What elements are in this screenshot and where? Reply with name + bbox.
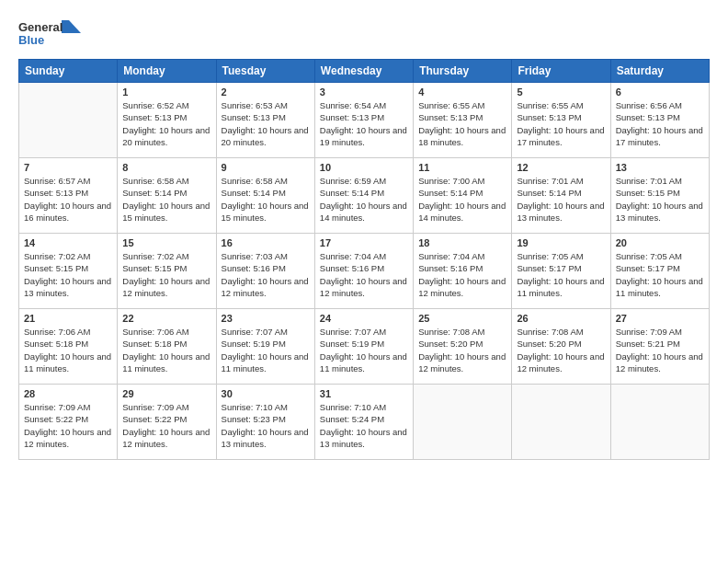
calendar-week-1: 7Sunrise: 6:57 AMSunset: 5:13 PMDaylight…: [19, 158, 710, 234]
day-info: Sunrise: 7:04 AMSunset: 5:16 PMDaylight:…: [320, 250, 408, 299]
day-info: Sunrise: 7:08 AMSunset: 5:20 PMDaylight:…: [517, 326, 605, 374]
day-info: Sunrise: 7:08 AMSunset: 5:20 PMDaylight:…: [418, 326, 506, 374]
day-info: Sunrise: 7:01 AMSunset: 5:15 PMDaylight:…: [616, 175, 704, 224]
day-info: Sunrise: 7:07 AMSunset: 5:19 PMDaylight:…: [222, 326, 310, 374]
day-info: Sunrise: 7:02 AMSunset: 5:15 PMDaylight:…: [122, 250, 210, 299]
calendar-week-0: 1Sunrise: 6:52 AMSunset: 5:13 PMDaylight…: [19, 83, 710, 158]
calendar-cell: 20Sunrise: 7:05 AMSunset: 5:17 PMDayligh…: [610, 234, 709, 309]
day-info: Sunrise: 6:58 AMSunset: 5:14 PMDaylight:…: [222, 175, 310, 224]
day-number: 2: [222, 86, 310, 98]
calendar-cell: 5Sunrise: 6:55 AMSunset: 5:13 PMDaylight…: [512, 83, 610, 158]
calendar-cell: 28Sunrise: 7:09 AMSunset: 5:22 PMDayligh…: [19, 385, 118, 460]
day-number: 14: [24, 237, 112, 248]
day-number: 17: [320, 237, 408, 248]
day-number: 30: [222, 388, 310, 399]
day-info: Sunrise: 7:05 AMSunset: 5:17 PMDaylight:…: [517, 250, 605, 299]
calendar-cell: 1Sunrise: 6:52 AMSunset: 5:13 PMDaylight…: [118, 83, 216, 158]
day-number: 27: [616, 313, 704, 324]
day-info: Sunrise: 6:55 AMSunset: 5:13 PMDaylight:…: [517, 99, 605, 148]
day-info: Sunrise: 6:55 AMSunset: 5:13 PMDaylight:…: [418, 99, 506, 148]
weekday-header-saturday: Saturday: [610, 60, 709, 83]
day-info: Sunrise: 7:04 AMSunset: 5:16 PMDaylight:…: [418, 250, 506, 299]
day-number: 22: [122, 313, 210, 324]
day-number: 3: [320, 86, 408, 98]
header: GeneralBlue: [18, 17, 710, 50]
day-info: Sunrise: 6:52 AMSunset: 5:13 PMDaylight:…: [122, 99, 210, 148]
day-number: 26: [517, 313, 605, 324]
day-info: Sunrise: 7:06 AMSunset: 5:18 PMDaylight:…: [24, 326, 112, 374]
logo: GeneralBlue: [18, 17, 83, 50]
calendar-cell: 4Sunrise: 6:55 AMSunset: 5:13 PMDaylight…: [414, 83, 512, 158]
day-info: Sunrise: 7:03 AMSunset: 5:16 PMDaylight:…: [222, 250, 310, 299]
day-number: 8: [122, 162, 210, 173]
day-number: 21: [24, 313, 112, 324]
calendar-cell: 14Sunrise: 7:02 AMSunset: 5:15 PMDayligh…: [19, 234, 118, 309]
svg-text:Blue: Blue: [18, 33, 44, 47]
calendar-week-2: 14Sunrise: 7:02 AMSunset: 5:15 PMDayligh…: [19, 234, 710, 309]
day-number: 10: [320, 162, 408, 173]
day-info: Sunrise: 6:57 AMSunset: 5:13 PMDaylight:…: [24, 175, 112, 224]
calendar-cell: 2Sunrise: 6:53 AMSunset: 5:13 PMDaylight…: [216, 83, 314, 158]
day-info: Sunrise: 7:07 AMSunset: 5:19 PMDaylight:…: [320, 326, 408, 374]
day-info: Sunrise: 7:09 AMSunset: 5:22 PMDaylight:…: [122, 401, 210, 450]
calendar-cell: 15Sunrise: 7:02 AMSunset: 5:15 PMDayligh…: [118, 234, 216, 309]
calendar-cell: 27Sunrise: 7:09 AMSunset: 5:21 PMDayligh…: [610, 309, 709, 385]
svg-text:General: General: [18, 20, 63, 34]
calendar-cell: [610, 385, 709, 460]
day-number: 12: [517, 162, 605, 173]
day-info: Sunrise: 6:53 AMSunset: 5:13 PMDaylight:…: [222, 99, 310, 148]
page: GeneralBlue SundayMondayTuesdayWednesday…: [0, 0, 728, 563]
day-number: 23: [222, 313, 310, 324]
calendar-cell: 8Sunrise: 6:58 AMSunset: 5:14 PMDaylight…: [118, 158, 216, 234]
calendar-cell: 9Sunrise: 6:58 AMSunset: 5:14 PMDaylight…: [216, 158, 314, 234]
day-number: 6: [616, 86, 704, 98]
calendar-cell: 19Sunrise: 7:05 AMSunset: 5:17 PMDayligh…: [512, 234, 610, 309]
calendar-cell: 16Sunrise: 7:03 AMSunset: 5:16 PMDayligh…: [216, 234, 314, 309]
weekday-header-sunday: Sunday: [19, 60, 118, 83]
day-number: 16: [222, 237, 310, 248]
day-number: 28: [24, 388, 112, 399]
day-number: 4: [418, 86, 506, 98]
day-info: Sunrise: 7:06 AMSunset: 5:18 PMDaylight:…: [122, 326, 210, 374]
day-info: Sunrise: 7:01 AMSunset: 5:14 PMDaylight:…: [517, 175, 605, 224]
calendar-cell: 10Sunrise: 6:59 AMSunset: 5:14 PMDayligh…: [314, 158, 413, 234]
calendar-week-4: 28Sunrise: 7:09 AMSunset: 5:22 PMDayligh…: [19, 385, 710, 460]
weekday-header-tuesday: Tuesday: [216, 60, 314, 83]
day-number: 11: [418, 162, 506, 173]
day-info: Sunrise: 7:09 AMSunset: 5:21 PMDaylight:…: [616, 326, 704, 374]
calendar-cell: 23Sunrise: 7:07 AMSunset: 5:19 PMDayligh…: [216, 309, 314, 385]
day-info: Sunrise: 7:00 AMSunset: 5:14 PMDaylight:…: [418, 175, 506, 224]
day-number: 13: [616, 162, 704, 173]
calendar-cell: 30Sunrise: 7:10 AMSunset: 5:23 PMDayligh…: [216, 385, 314, 460]
day-number: 15: [122, 237, 210, 248]
day-info: Sunrise: 6:59 AMSunset: 5:14 PMDaylight:…: [320, 175, 408, 224]
day-number: 5: [517, 86, 605, 98]
day-number: 1: [122, 86, 210, 98]
calendar-cell: 13Sunrise: 7:01 AMSunset: 5:15 PMDayligh…: [610, 158, 709, 234]
calendar-cell: 24Sunrise: 7:07 AMSunset: 5:19 PMDayligh…: [314, 309, 413, 385]
day-info: Sunrise: 6:56 AMSunset: 5:13 PMDaylight:…: [616, 99, 704, 148]
calendar-cell: 18Sunrise: 7:04 AMSunset: 5:16 PMDayligh…: [414, 234, 512, 309]
day-info: Sunrise: 7:10 AMSunset: 5:23 PMDaylight:…: [222, 401, 310, 450]
calendar-cell: 17Sunrise: 7:04 AMSunset: 5:16 PMDayligh…: [314, 234, 413, 309]
calendar-cell: [19, 83, 118, 158]
weekday-header-thursday: Thursday: [414, 60, 512, 83]
day-number: 19: [517, 237, 605, 248]
day-number: 9: [222, 162, 310, 173]
calendar-cell: [512, 385, 610, 460]
calendar-cell: 25Sunrise: 7:08 AMSunset: 5:20 PMDayligh…: [414, 309, 512, 385]
day-number: 7: [24, 162, 112, 173]
calendar-cell: 31Sunrise: 7:10 AMSunset: 5:24 PMDayligh…: [314, 385, 413, 460]
day-info: Sunrise: 7:10 AMSunset: 5:24 PMDaylight:…: [320, 401, 408, 450]
calendar-cell: 11Sunrise: 7:00 AMSunset: 5:14 PMDayligh…: [414, 158, 512, 234]
day-number: 24: [320, 313, 408, 324]
calendar-cell: 7Sunrise: 6:57 AMSunset: 5:13 PMDaylight…: [19, 158, 118, 234]
day-info: Sunrise: 6:54 AMSunset: 5:13 PMDaylight:…: [320, 99, 408, 148]
calendar-week-3: 21Sunrise: 7:06 AMSunset: 5:18 PMDayligh…: [19, 309, 710, 385]
day-info: Sunrise: 7:02 AMSunset: 5:15 PMDaylight:…: [24, 250, 112, 299]
calendar-cell: [414, 385, 512, 460]
weekday-header-row: SundayMondayTuesdayWednesdayThursdayFrid…: [19, 60, 710, 83]
calendar: SundayMondayTuesdayWednesdayThursdayFrid…: [18, 59, 710, 460]
calendar-cell: 21Sunrise: 7:06 AMSunset: 5:18 PMDayligh…: [19, 309, 118, 385]
weekday-header-wednesday: Wednesday: [314, 60, 413, 83]
